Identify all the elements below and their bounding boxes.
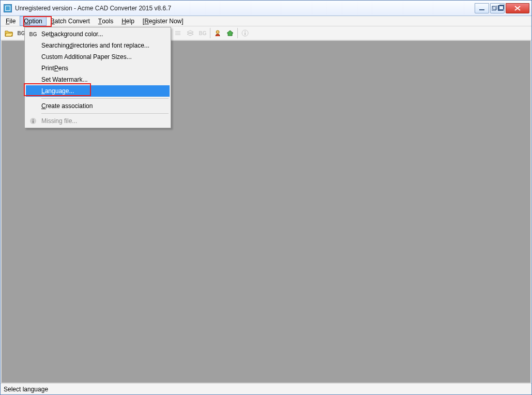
menu-option[interactable]: Option — [20, 16, 46, 26]
home-icon[interactable] — [224, 27, 236, 39]
status-text: Select language — [4, 386, 48, 393]
window-title: Unregistered version - Acme CAD Converte… — [15, 5, 474, 12]
bg-text-icon: BG — [28, 32, 38, 37]
menu-print-pens[interactable]: Print Pens — [26, 63, 170, 74]
menu-help[interactable]: Help — [117, 16, 139, 26]
menu-batch-convert[interactable]: Batch Convert — [47, 16, 94, 26]
svg-marker-48 — [227, 31, 233, 36]
svg-rect-51 — [245, 33, 246, 35]
svg-marker-45 — [187, 31, 193, 34]
lines-icon[interactable] — [172, 27, 184, 39]
menu-register-now[interactable]: [Register Now] — [139, 16, 188, 26]
menu-searching-directories[interactable]: Searching directories and font replace..… — [26, 40, 170, 51]
menu-language[interactable]: Language... — [26, 85, 170, 97]
svg-rect-0 — [492, 7, 496, 10]
bg2-icon[interactable]: BG — [196, 27, 209, 39]
svg-point-53 — [33, 119, 34, 120]
minimize-button[interactable] — [475, 3, 489, 13]
dropdown-separator — [41, 113, 169, 114]
svg-marker-5 — [5, 33, 13, 36]
svg-rect-54 — [33, 120, 34, 123]
option-dropdown: BG Set background color... Searching dir… — [24, 27, 171, 128]
menu-missing-file: Missing file... — [26, 115, 170, 127]
menu-file[interactable]: File — [2, 16, 20, 26]
svg-point-47 — [216, 31, 219, 34]
toolbar-separator — [237, 28, 238, 38]
close-button[interactable] — [506, 3, 529, 13]
user-icon[interactable] — [211, 27, 224, 39]
maximize-button[interactable] — [490, 3, 505, 13]
menu-create-association[interactable]: Create association — [26, 100, 170, 112]
svg-point-50 — [245, 31, 246, 32]
menu-set-background-color[interactable]: BG Set background color... — [26, 28, 170, 40]
info-icon — [28, 117, 38, 125]
layers-icon[interactable] — [184, 27, 196, 39]
info-icon[interactable] — [239, 27, 251, 39]
menu-set-watermark[interactable]: Set Watermark... — [26, 74, 170, 85]
toolbar-separator — [210, 28, 210, 38]
app-icon — [4, 4, 12, 12]
menu-tools[interactable]: Tools — [94, 16, 117, 26]
status-bar: Select language — [1, 383, 531, 394]
dropdown-separator — [41, 98, 169, 99]
svg-marker-46 — [187, 33, 193, 36]
window-controls — [474, 3, 529, 13]
open-icon[interactable] — [3, 27, 15, 39]
menu-bar: File Option Batch Convert Tools Help [Re… — [1, 16, 531, 26]
menu-custom-paper-sizes[interactable]: Custom Additional Paper Sizes... — [26, 51, 170, 63]
title-bar: Unregistered version - Acme CAD Converte… — [1, 1, 531, 16]
svg-rect-1 — [493, 6, 497, 9]
